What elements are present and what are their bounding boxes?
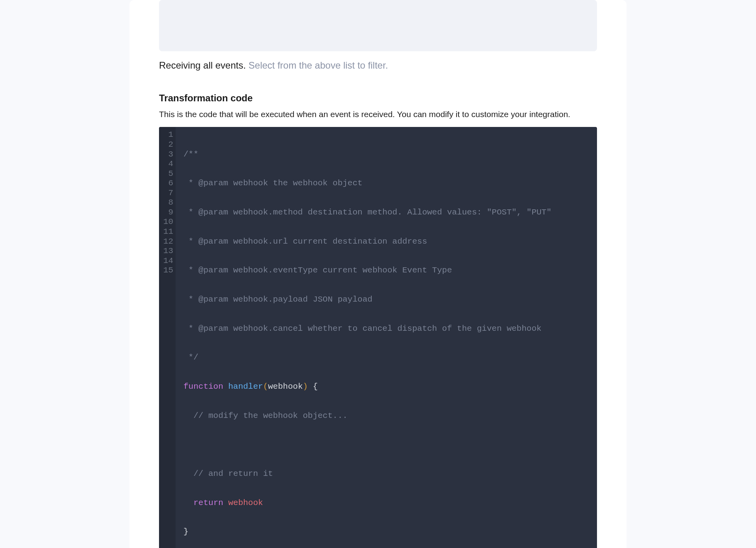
line-number: 10 [163, 217, 173, 227]
line-number: 3 [163, 150, 173, 160]
code-text: } [183, 527, 189, 536]
code-text: // modify the webhook object... [183, 411, 348, 420]
line-number: 8 [163, 198, 173, 208]
code-text: * @param webhook.method destination meth… [183, 208, 552, 217]
line-number: 5 [163, 169, 173, 179]
code-content[interactable]: /** * @param webhook the webhook object … [176, 127, 597, 548]
transformation-description: This is the code that will be executed w… [159, 108, 597, 120]
code-keyword: return [193, 498, 223, 507]
line-number: 4 [163, 159, 173, 169]
code-gutter: 1 2 3 4 5 6 7 8 9 10 11 12 13 14 15 [159, 127, 176, 548]
line-number: 11 [163, 227, 173, 237]
code-text: * @param webhook.payload JSON payload [183, 295, 372, 304]
events-status-hint: Select from the above list to filter. [249, 60, 388, 71]
code-text: * @param webhook.cancel whether to cance… [183, 324, 541, 333]
line-number: 9 [163, 208, 173, 218]
code-text: /** [183, 150, 198, 159]
code-text: * @param webhook the webhook object [183, 179, 363, 188]
line-number: 15 [163, 266, 173, 276]
code-text: * @param webhook.eventType current webho… [183, 266, 452, 275]
page-card: Receiving all events. Select from the ab… [129, 0, 627, 548]
line-number: 14 [163, 256, 173, 266]
line-number: 2 [163, 140, 173, 150]
code-param: webhook [268, 382, 303, 391]
code-var: webhook [228, 498, 263, 507]
line-number: 6 [163, 179, 173, 188]
line-number: 13 [163, 246, 173, 256]
code-funcname: handler [228, 382, 263, 391]
events-status-text: Receiving all events. Select from the ab… [159, 60, 597, 71]
code-text: // and return it [183, 469, 273, 478]
events-filter-box[interactable] [159, 0, 597, 51]
transformation-heading: Transformation code [159, 93, 597, 104]
events-status-prefix: Receiving all events. [159, 60, 246, 71]
content-wrap: Receiving all events. Select from the ab… [129, 0, 627, 548]
line-number: 1 [163, 130, 173, 140]
line-number: 7 [163, 188, 173, 198]
code-text: */ [183, 353, 198, 362]
line-number: 12 [163, 237, 173, 247]
code-editor[interactable]: 1 2 3 4 5 6 7 8 9 10 11 12 13 14 15 /** … [159, 127, 597, 548]
code-text: * @param webhook.url current destination… [183, 237, 427, 246]
code-keyword: function [183, 382, 223, 391]
